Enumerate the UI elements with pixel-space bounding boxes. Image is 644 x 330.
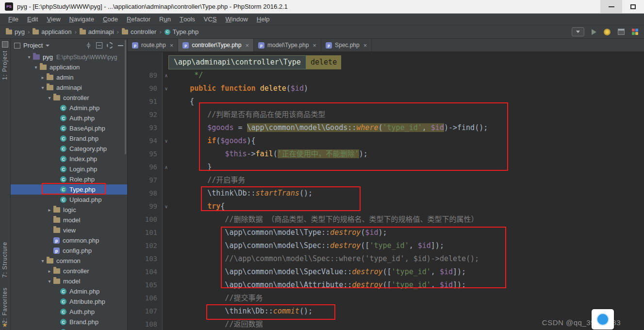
tree-item-type-php[interactable]: CType.php (11, 184, 127, 195)
fold-down-icon[interactable]: ∨ (163, 200, 170, 213)
tree-item-category-php[interactable]: CCategory.php (11, 144, 127, 154)
tree-item-baseapi-php[interactable]: CBaseApi.php (11, 123, 127, 133)
code-text[interactable]: \app\common\model\Type::destroy($id); (170, 226, 387, 239)
code-text[interactable]: //\app\common\model\Spec::where('type_id… (170, 252, 479, 265)
close-icon[interactable]: × (170, 42, 174, 49)
tree-item-brand-php[interactable]: CBrand.php (11, 317, 127, 327)
layout-grid-icon[interactable] (618, 29, 625, 35)
toolwindow-project-button[interactable]: 1: Project (1, 50, 8, 80)
code-text[interactable]: if($goods){ (170, 134, 256, 148)
code-text[interactable]: \app\common\model\SpecValue::destroy(['t… (170, 265, 466, 279)
minimize-button[interactable] (600, 0, 622, 13)
hide-panel-icon[interactable] (117, 42, 124, 49)
tab-model-type-php[interactable]: pmodel\Type.php× (254, 39, 321, 51)
tree-item-index-php[interactable]: CIndex.php (11, 154, 127, 164)
run-icon[interactable] (592, 29, 596, 35)
expanded-arrow-icon[interactable]: ▾ (25, 54, 33, 60)
menu-navigate[interactable]: Navigate (65, 14, 99, 25)
tree-item-view[interactable]: view (11, 225, 127, 235)
tree-item-model[interactable]: model (11, 215, 127, 225)
menu-vcs[interactable]: VCS (199, 14, 221, 25)
expanded-arrow-icon[interactable]: ▾ (46, 95, 53, 100)
coverage-sun-icon[interactable] (604, 29, 611, 35)
code-text[interactable]: $this->fail('正在使用中，不能删除'); (170, 148, 368, 161)
tree-item-auth-php[interactable]: CAuth.php (11, 113, 127, 123)
tab-spec-php[interactable]: pSpec.php× (321, 39, 372, 51)
code-text[interactable]: //判断是否有商品在使用该商品类型 (170, 108, 325, 121)
menu-help[interactable]: Help (252, 14, 274, 25)
code-text[interactable]: try{ (170, 200, 225, 213)
breadcrumb-item-pyg[interactable]: pyg (6, 28, 25, 35)
tree-item-auth-php[interactable]: CAuth.php (11, 307, 127, 317)
tree-item-common[interactable]: ▾common (11, 256, 127, 266)
tree-item-brand-php[interactable]: CBrand.php (11, 133, 127, 144)
tab-controller-type-php[interactable]: pcontroller\Type.php× (178, 39, 254, 51)
panel-dropdown-icon[interactable] (46, 45, 50, 47)
close-icon[interactable]: × (245, 42, 249, 49)
tool-window-icon[interactable] (2, 41, 8, 48)
fold-down-icon[interactable]: ∨ (163, 134, 170, 148)
project-panel-title[interactable]: Project (23, 42, 43, 49)
tree-item-admin[interactable]: ▸admin (11, 72, 127, 82)
tree-item-admin-php[interactable]: CAdmin.php (11, 103, 127, 113)
tree-item-admin-php[interactable]: CAdmin.php (11, 286, 127, 297)
close-icon[interactable]: × (363, 42, 367, 49)
tree-item-role-php[interactable]: CRole.php (11, 174, 127, 184)
code-text[interactable]: //开启事务 (170, 174, 245, 187)
menu-tools[interactable]: Tools (175, 14, 199, 25)
menu-edit[interactable]: Edit (23, 14, 42, 25)
fold-down-icon[interactable]: ∨ (163, 82, 170, 95)
expanded-arrow-icon[interactable]: ▾ (46, 279, 53, 284)
tree-item-controller[interactable]: ▸controller (11, 266, 127, 276)
menu-window[interactable]: Window (221, 14, 252, 25)
code-text[interactable]: public function delete($id) (170, 82, 308, 95)
menu-code[interactable]: Code (99, 14, 122, 25)
menu-file[interactable]: File (4, 14, 23, 25)
tree-item-controller[interactable]: ▾controller (11, 93, 127, 103)
tree-item-category-php[interactable]: CCategory.php (11, 327, 127, 330)
breadcrumb-item-adminapi[interactable]: adminapi (80, 28, 114, 35)
expanded-arrow-icon[interactable]: ▾ (32, 65, 40, 70)
code-text[interactable]: //提交事务 (170, 292, 263, 305)
tree-item-login-php[interactable]: CLogin.php (11, 164, 127, 174)
breadcrumb-item-application[interactable]: application (33, 28, 71, 35)
code-text[interactable]: \think\Db::commit(); (170, 305, 313, 318)
menu-run[interactable]: Run (155, 14, 175, 25)
tree-item-config-php[interactable]: pconfig.php (11, 246, 127, 256)
fold-up-icon[interactable]: ∧ (163, 161, 170, 174)
tree-item-model[interactable]: ▾model (11, 276, 127, 286)
maximize-button[interactable] (622, 0, 644, 13)
toolwindow-favorites-button[interactable]: 2: Favorites (1, 287, 8, 324)
tree-item-logic[interactable]: ▸logic (11, 205, 127, 215)
menu-view[interactable]: View (42, 14, 65, 25)
collapsed-arrow-icon[interactable]: ▸ (39, 75, 47, 80)
collapsed-arrow-icon[interactable]: ▸ (46, 268, 53, 274)
favorites-star-icon[interactable]: ★ (2, 321, 8, 329)
tree-item-upload-php[interactable]: CUpload.php (11, 195, 127, 205)
code-text[interactable]: $goods = \app\common\model\Goods::where(… (170, 121, 488, 134)
breadcrumb-item-controller[interactable]: controller (122, 28, 156, 35)
colorful-plugin-icon[interactable] (632, 29, 638, 35)
expanded-arrow-icon[interactable]: ▾ (39, 258, 47, 264)
tree-item-application[interactable]: ▾application (11, 62, 127, 72)
collapse-all-icon[interactable] (96, 42, 102, 49)
collapsed-arrow-icon[interactable]: ▸ (46, 207, 53, 213)
code-text[interactable]: \think\Db::startTrans(); (170, 187, 313, 200)
code-text[interactable]: \app\common\model\Attribute::destroy(['t… (170, 279, 466, 292)
toolwindow-structure-button[interactable]: 7: Structure (1, 242, 8, 278)
breadcrumb-item-type-php[interactable]: CType.php (165, 28, 199, 35)
tab-route-php[interactable]: proute.php× (128, 39, 178, 51)
code-text[interactable]: //返回数据 (170, 318, 263, 330)
locate-file-icon[interactable] (85, 42, 92, 49)
tree-item-pyg[interactable]: ▾pygE:\phpStudy\WWW\pyg (11, 52, 127, 62)
menu-refactor[interactable]: Refactor (122, 14, 155, 25)
expanded-arrow-icon[interactable]: ▾ (39, 85, 47, 90)
fold-up-icon[interactable]: ∧ (163, 69, 170, 82)
code-text[interactable]: //删除数据 （商品类型、类型下的规格名、类型下的规格值、类型下的属性） (170, 213, 478, 226)
tree-item-adminapi[interactable]: ▾adminapi (11, 82, 127, 93)
code-text[interactable]: } (170, 161, 212, 174)
tree-item-common-php[interactable]: pcommon.php (11, 235, 127, 246)
tree-scrollbar[interactable] (125, 40, 126, 154)
code-text[interactable]: */ (170, 69, 203, 82)
run-config-dropdown[interactable] (572, 27, 584, 36)
